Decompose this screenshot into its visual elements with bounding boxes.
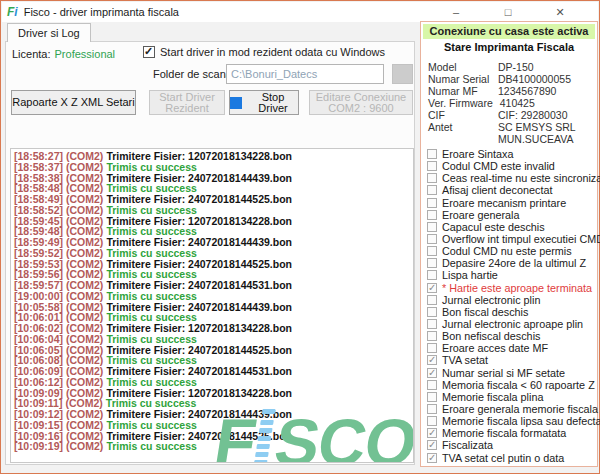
flag-label: Eroare Sintaxa [442, 148, 513, 160]
info-value: DB4100000055 [491, 73, 571, 85]
tab-page: Licenta:Professional Start driver in mod… [5, 41, 415, 465]
status-flag: Numar serial si MF setate [427, 367, 595, 379]
log-port: (COM2) [66, 419, 103, 431]
flag-checkbox-icon [427, 173, 437, 183]
status-flag: Memorie fiscala formatata [427, 427, 595, 439]
status-flag: Afisaj client deconectat [427, 184, 595, 196]
printer-status-panel: Conexiune cu casa este activa Stare Impr… [420, 21, 598, 467]
start-driver-line2: Rezident [165, 103, 208, 114]
status-flag: TVA setat cel putin o data [427, 452, 595, 464]
status-flag: Depasire 24ore de la ultimul Z [427, 257, 595, 269]
flag-label: Memorie fiscala plina [442, 391, 543, 403]
flag-checkbox-icon [427, 380, 437, 390]
edit-connection-line2: COM2 : 9600 [328, 103, 393, 114]
log-time: [18:58:52] [14, 204, 63, 216]
browse-folder-button[interactable] [392, 64, 413, 84]
printer-info-row: AntetSC EMSYS SRLMUN.SUCEAVA [428, 121, 595, 145]
log-time: [19:00:00] [14, 290, 63, 302]
info-value: 1234567890 [491, 85, 556, 97]
log-time: [10:06:12] [14, 376, 63, 388]
log-message: Trimis cu success [106, 161, 196, 173]
resident-checkbox-icon[interactable] [143, 46, 155, 58]
flag-checkbox-icon [427, 222, 437, 232]
flag-checkbox-icon [427, 149, 437, 159]
flag-label: Eroare generala [442, 209, 519, 221]
edit-connection-button[interactable]: Editare Conexiune COM2 : 9600 [309, 90, 413, 115]
flag-label: Jurnal electronic aproape plin [442, 318, 583, 330]
flag-checkbox-icon [427, 198, 437, 208]
log-message: Trimis cu success [106, 376, 196, 388]
status-flag: Eroare mecanism printare [427, 197, 595, 209]
start-driver-button[interactable]: Start Driver Rezident [149, 90, 225, 115]
status-flags-list: Eroare SintaxaCodul CMD este invalidCeas… [427, 148, 595, 464]
log-time: [10:06:04] [14, 333, 63, 345]
printer-info-row: CIFCIF: 29280030 [428, 109, 595, 121]
stop-driver-button[interactable]: Stop Driver [229, 90, 299, 115]
log-time: [10:09:15] [14, 419, 63, 431]
flag-label: Capacul este deschis [442, 221, 545, 233]
app-window: Fi Fisco - driver imprimanta fiscala – □… [0, 0, 600, 474]
status-flag: Codul CMD nu este permis [427, 245, 595, 257]
edit-connection-line1: Editare Conexiune [316, 92, 407, 103]
status-flag: Eroare generala memorie fiscala [427, 403, 595, 415]
flag-checkbox-icon [427, 234, 437, 244]
info-label: Numar Serial [428, 73, 491, 85]
status-flag: Lispa hartie [427, 269, 595, 281]
flag-label: * Hartie este aproape terminata [442, 282, 592, 294]
flag-checkbox-icon [427, 283, 437, 293]
flag-checkbox-icon [427, 270, 437, 280]
printer-info-row: Numar MF1234567890 [428, 85, 595, 97]
log-message: Trimis cu success [106, 204, 196, 216]
flag-label: Bon fiscal deschis [442, 306, 528, 318]
log-entry: [18:58:37](COM2)Trimis cu success [14, 162, 410, 173]
status-flag: Ceas real-time nu este sincronizat [427, 172, 595, 184]
close-button[interactable]: ✕ [534, 2, 586, 22]
minimize-button[interactable]: – [430, 2, 482, 22]
info-label: Model [428, 61, 491, 73]
flag-checkbox-icon [427, 295, 437, 305]
flag-label: Lispa hartie [442, 269, 498, 281]
flag-label: Depasire 24ore de la ultimul Z [442, 257, 586, 269]
flag-checkbox-icon [427, 161, 437, 171]
status-flag: Memoria fiscala < 60 rapoarte Z [427, 379, 595, 391]
resident-checkbox-row[interactable]: Start driver in mod rezident odata cu Wi… [143, 46, 385, 58]
log-message: Trimis cu success [106, 440, 196, 452]
log-entry: [19:00:00](COM2)Trimis cu success [14, 291, 410, 302]
log-time: [18:59:52] [14, 247, 63, 259]
status-flag: Bon fiscal deschis [427, 306, 595, 318]
reports-settings-button[interactable]: Rapoarte X Z XML Setari [11, 90, 136, 115]
log-port: (COM2) [66, 161, 103, 173]
license-label: Licenta: [12, 48, 51, 60]
status-flag: * Hartie este aproape terminata [427, 282, 595, 294]
log-port: (COM2) [66, 247, 103, 259]
log-area[interactable]: [18:58:27](COM2)Trimitere Fisier: 120720… [10, 148, 414, 463]
status-flag: Memorie fiscala lipsa sau defecta [427, 415, 595, 427]
flag-label: TVA setat cel putin o data [442, 452, 564, 464]
status-flag: TVA setat [427, 354, 595, 366]
start-driver-line1: Start Driver [159, 92, 215, 103]
log-time: [18:58:37] [14, 161, 63, 173]
flag-label: Eroare acces date MF [442, 342, 548, 354]
fisco-logo-f: F [211, 417, 258, 463]
status-flag: Bon nefiscal deschis [427, 330, 595, 342]
maximize-button[interactable]: □ [482, 2, 534, 22]
caption-buttons: – □ ✕ [430, 2, 586, 22]
resident-checkbox-label: Start driver in mod rezident odata cu Wi… [160, 46, 385, 58]
flag-checkbox-icon [427, 343, 437, 353]
flag-label: Memorie fiscala lipsa sau defecta [442, 415, 600, 427]
tab-driver-si-log[interactable]: Driver si Log [7, 23, 91, 42]
flag-checkbox-icon [427, 307, 437, 317]
log-message: Trimis cu success [106, 333, 196, 345]
status-flag: Codul CMD este invalid [427, 160, 595, 172]
log-message: Trimis cu success [106, 247, 196, 259]
flag-label: Ceas real-time nu este sincronizat [442, 172, 600, 184]
info-value: DP-150 [491, 61, 534, 73]
status-panel-title: Stare Imprimanta Fiscala [421, 41, 597, 53]
log-port: (COM2) [66, 333, 103, 345]
scan-folder-input[interactable] [226, 64, 384, 84]
flag-label: Jurnal electronic plin [442, 294, 540, 306]
info-label: Antet [428, 121, 491, 145]
flag-label: Afisaj client deconectat [442, 184, 552, 196]
flag-checkbox-icon [427, 440, 437, 450]
flag-checkbox-icon [427, 416, 437, 426]
